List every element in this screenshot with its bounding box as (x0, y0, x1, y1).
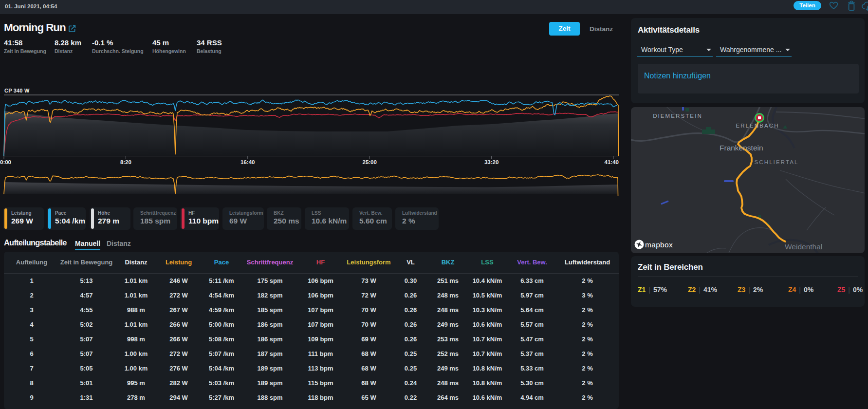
svg-text:0:00: 0:00 (0, 159, 11, 165)
svg-text:mapbox: mapbox (645, 241, 673, 249)
svg-text:DIEMERSTEIN: DIEMERSTEIN (653, 113, 702, 119)
svg-text:ERLENBACH: ERLENBACH (736, 123, 779, 129)
svg-text:CP 340 W: CP 340 W (4, 88, 30, 93)
svg-text:33:20: 33:20 (484, 159, 499, 165)
svg-text:41:40: 41:40 (605, 159, 619, 165)
svg-text:SCHLIERTAL: SCHLIERTAL (755, 159, 799, 165)
svg-text:Weidenthal: Weidenthal (785, 242, 822, 251)
svg-text:25:00: 25:00 (362, 159, 376, 165)
svg-text:Frankenstein: Frankenstein (720, 144, 763, 152)
svg-text:8:20: 8:20 (120, 159, 131, 165)
svg-text:16:40: 16:40 (240, 159, 255, 165)
